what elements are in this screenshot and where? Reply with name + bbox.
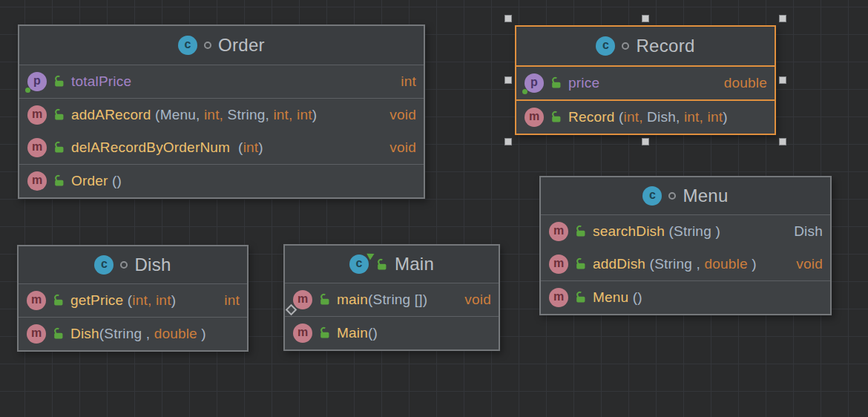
sig-token: int	[156, 292, 171, 308]
class-header[interactable]: cRecord	[516, 27, 775, 65]
class-node-dish[interactable]: cDishmgetPrice (int, int)intmDish(String…	[17, 245, 249, 352]
sig-token: []	[410, 292, 422, 307]
selection-handle-nw[interactable]	[504, 15, 512, 22]
visibility-ring-icon	[622, 42, 629, 50]
run-overlay-icon	[366, 250, 376, 260]
member-row-order[interactable]: mOrder ()	[19, 165, 424, 197]
selection-handle-e[interactable]	[779, 76, 786, 84]
field-icon-letter: p	[530, 76, 538, 89]
class-node-menu[interactable]: cMenumsearchDish (String )DishmaddDish (…	[539, 176, 832, 315]
sig-token: int	[708, 109, 723, 125]
visibility-ring-icon	[668, 192, 676, 200]
sig-token: )	[723, 109, 728, 125]
class-icon: c	[178, 36, 197, 55]
sig-token: double	[154, 326, 197, 341]
member-row-menu[interactable]: mMenu ()	[541, 281, 830, 314]
method-icon-letter: m	[553, 290, 564, 303]
member-signature: searchDish (String )	[593, 215, 720, 248]
sig-token: void	[796, 256, 823, 272]
member-row-delarecordbyordernum[interactable]: mdelARecordByOrderNum (int)void	[19, 131, 424, 164]
class-header[interactable]: cMain	[285, 246, 499, 283]
member-signature: Dish(String , double )	[70, 318, 206, 350]
sig-token: ,	[676, 109, 684, 125]
sig-token: int,	[132, 292, 151, 308]
sig-token: ,	[196, 107, 204, 122]
class-icon-letter: c	[101, 257, 108, 271]
member-row-main[interactable]: mmain(String [])void	[285, 283, 499, 316]
method-icon: m	[27, 138, 47, 157]
sig-token: searchDish	[593, 223, 669, 239]
selection-handle-ne[interactable]	[779, 15, 786, 22]
method-icon: m	[27, 291, 46, 310]
member-signature: getPrice (int, int)	[70, 284, 176, 317]
return-type: void	[389, 131, 416, 164]
class-header[interactable]: cDish	[19, 246, 247, 283]
member-signature: price	[568, 67, 599, 99]
lock-icon	[574, 291, 587, 303]
selection-handle-s[interactable]	[642, 138, 649, 145]
member-section: mRecord (int, Dish, int, int)	[516, 99, 775, 134]
sig-token: )	[748, 256, 757, 272]
member-row-totalprice[interactable]: ptotalPriceint	[19, 65, 424, 98]
member-signature: main(String [])	[337, 283, 427, 316]
member-section: mmain(String [])void	[285, 283, 499, 316]
sig-token: Menu	[593, 289, 633, 305]
method-icon: m	[293, 290, 312, 309]
member-row-record[interactable]: mRecord (int, Dish, int, int)	[516, 101, 775, 134]
sig-token: int	[243, 139, 259, 155]
member-row-adddish[interactable]: maddDish (String , double )void	[541, 248, 830, 280]
method-icon-letter: m	[297, 292, 308, 306]
sig-token: ()	[112, 173, 122, 188]
sig-token: Record	[568, 109, 619, 125]
sig-token: (	[234, 139, 243, 155]
selection-handle-sw[interactable]	[504, 138, 512, 145]
class-node-main[interactable]: cMainmmain(String [])voidmMain()	[283, 244, 500, 351]
member-signature: addARecord (Menu, int, String, int, int)	[71, 99, 317, 131]
member-signature: addDish (String , double )	[593, 248, 757, 280]
member-row-searchdish[interactable]: msearchDish (String )Dish	[541, 215, 830, 248]
sig-token: double	[704, 256, 747, 272]
sig-token: )	[197, 326, 206, 341]
member-row-getprice[interactable]: mgetPrice (int, int)int	[19, 284, 247, 317]
sig-token: ()	[368, 325, 378, 341]
field-icon-letter: p	[33, 74, 41, 88]
return-type: void	[464, 283, 491, 316]
lock-icon	[318, 293, 331, 306]
lock-icon	[574, 257, 587, 270]
lock-icon	[53, 174, 65, 187]
member-row-price[interactable]: ppricedouble	[516, 67, 775, 99]
method-icon: m	[549, 222, 568, 241]
member-row-addarecord[interactable]: maddARecord (Menu, int, String, int, int…	[19, 99, 424, 131]
field-icon: p	[27, 72, 47, 91]
class-icon-letter: c	[602, 39, 609, 52]
lock-icon	[53, 75, 65, 88]
field-dot-icon	[25, 88, 30, 93]
diagram-canvas[interactable]: cOrderptotalPriceintmaddARecord (Menu, i…	[0, 0, 868, 417]
class-title: Record	[636, 36, 694, 56]
sig-token: void	[389, 139, 416, 155]
class-header[interactable]: cMenu	[541, 177, 830, 214]
selection-handle-w[interactable]	[504, 76, 512, 84]
method-icon-letter: m	[31, 293, 42, 306]
sig-token: String	[228, 107, 266, 122]
member-row-dish[interactable]: mDish(String , double )	[19, 318, 247, 350]
lock-icon	[53, 108, 65, 121]
member-signature: totalPrice	[71, 65, 131, 98]
class-title: Dish	[134, 255, 171, 275]
method-icon-letter: m	[32, 108, 42, 121]
sig-token: String	[674, 223, 711, 239]
selection-handle-se[interactable]	[779, 138, 786, 145]
sig-token: ,	[265, 107, 273, 122]
class-icon: c	[94, 255, 114, 275]
sig-token: addARecord	[71, 107, 155, 122]
method-icon: m	[27, 324, 46, 344]
class-node-record[interactable]: cRecordppricedoublemRecord (int, Dish, i…	[515, 25, 776, 135]
sig-token: int	[224, 292, 240, 308]
class-node-order[interactable]: cOrderptotalPriceintmaddARecord (Menu, i…	[18, 24, 425, 199]
selection-handle-n[interactable]	[642, 15, 649, 22]
method-icon-letter: m	[553, 224, 564, 237]
member-row-main[interactable]: mMain()	[285, 317, 499, 349]
class-header[interactable]: cOrder	[19, 26, 424, 65]
sig-token: String	[654, 256, 692, 272]
member-section: mgetPrice (int, int)int	[19, 283, 247, 317]
